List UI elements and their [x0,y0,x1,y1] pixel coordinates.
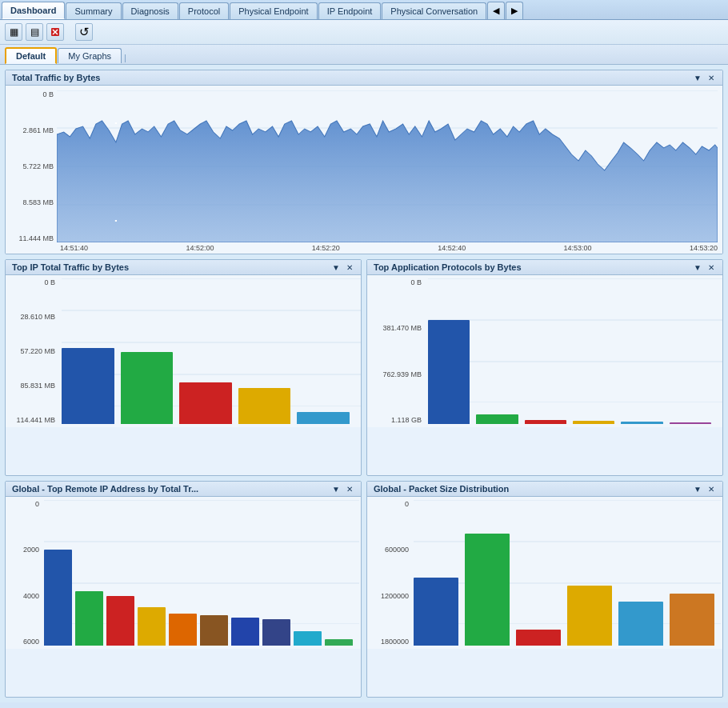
packet-size-chart-area: 1800000 1200000 600000 0 [367,497,722,649]
tab-protocol[interactable]: Protocol [179,2,229,19]
packet-size-y-2: 1200000 [381,592,409,600]
y-label-4: 11.444 MB [18,234,54,242]
grid-btn[interactable]: ▦ [5,23,22,41]
y-label-0: 0 B [42,90,54,98]
bar-0 [62,348,114,424]
panel-total-traffic: Total Traffic by Bytes ▼ ✕ 11.444 MB 8.5… [5,70,723,254]
packet-size-y-axis: 1800000 1200000 600000 0 [370,500,412,646]
panel-top-app-close[interactable]: ✕ [706,263,716,272]
tab-diagnosis[interactable]: Diagnosis [122,2,178,19]
tab-dashboard[interactable]: Dashboard [2,2,65,19]
packet-size-y-3: 1800000 [381,638,409,646]
x-label-2: 14:52:20 [312,244,340,252]
app-bar-3 [573,421,614,424]
tab-more-button[interactable]: ◀ [487,2,505,19]
remote-bar-5 [200,615,228,646]
top-app-bars [428,304,711,424]
pkt-bar-4 [618,602,663,646]
tab-physical-conversation[interactable]: Physical Conversation [382,2,486,19]
pkt-bar-5 [670,594,714,646]
remote-bar-6 [231,618,259,646]
panel-total-traffic-controls: ▼ ✕ [692,74,716,82]
refresh-btn[interactable]: ↺ [75,23,93,41]
top-ip-y-axis: 114.441 MB 85.831 MB 57.220 MB 28.610 MB… [9,278,58,424]
top-app-y-axis: 1.118 GB 762.939 MB 381.470 MB 0 B [370,278,425,424]
panel-top-app-header: Top Application Protocols by Bytes ▼ ✕ [367,260,722,275]
packet-size-bars [414,526,714,646]
global-remote-y-0: 0 [35,500,39,508]
bar-2 [179,382,232,424]
panel-top-ip-title: Top IP Total Traffic by Bytes [12,262,129,272]
y-label-3: 8.583 MB [22,198,54,206]
layout-btn[interactable]: ▤ [26,23,43,41]
tab-physical-endpoint[interactable]: Physical Endpoint [230,2,317,19]
panel-global-remote-close[interactable]: ✕ [345,485,354,494]
panel-top-ip-header: Top IP Total Traffic by Bytes ▼ ✕ [6,260,361,275]
app-bar-4 [621,422,662,424]
view-tab-default[interactable]: Default [5,47,57,64]
panel-packet-size: Global - Packet Size Distribution ▼ ✕ 18… [366,481,723,698]
panel-total-traffic-header: Total Traffic by Bytes ▼ ✕ [6,70,722,86]
panel-global-remote-title: Global - Top Remote IP Address by Total … [12,484,198,494]
panel-top-ip: Top IP Total Traffic by Bytes ▼ ✕ 114.44… [5,259,362,476]
tab-nav-right[interactable]: ▶ [506,2,523,19]
bottom-panels-row: Global - Top Remote IP Address by Total … [5,481,723,698]
bar-3 [238,388,291,424]
remote-bar-4 [169,614,197,646]
total-traffic-chart-area: 11.444 MB 8.583 MB 5.722 MB 2.861 MB 0 B [6,86,722,254]
panel-total-traffic-title: Total Traffic by Bytes [12,73,100,82]
panel-packet-size-header: Global - Packet Size Distribution ▼ ✕ [367,482,722,497]
panel-packet-size-dropdown[interactable]: ▼ [692,485,703,494]
panel-top-ip-close[interactable]: ✕ [345,263,354,272]
top-ip-y-1: 28.610 MB [20,313,55,321]
remote-bar-2 [106,596,134,646]
remote-bar-0 [44,550,72,646]
packet-size-y-0: 0 [405,500,409,508]
tab-summary[interactable]: Summary [66,2,121,19]
top-app-y-2: 762.939 MB [382,370,422,378]
global-remote-y-3: 6000 [23,638,39,646]
panel-packet-size-title: Global - Packet Size Distribution [374,484,509,494]
bar-1 [121,352,174,424]
panel-top-app: Top Application Protocols by Bytes ▼ ✕ 1… [366,259,723,476]
panel-total-traffic-dropdown[interactable]: ▼ [692,74,703,82]
total-traffic-chart-with-axis: 11.444 MB 8.583 MB 5.722 MB 2.861 MB 0 B [10,90,718,242]
top-ip-y-2: 57.220 MB [20,347,55,355]
pkt-bar-0 [414,578,458,646]
top-app-chart-area: 1.118 GB 762.939 MB 381.470 MB 0 B [367,275,722,427]
total-traffic-y-axis: 11.444 MB 8.583 MB 5.722 MB 2.861 MB 0 B [10,90,57,242]
x-label-5: 14:53:20 [690,244,718,252]
tab-bar: Dashboard Summary Diagnosis Protocol Phy… [0,0,728,20]
panel-global-remote-dropdown[interactable]: ▼ [330,485,342,494]
delete-btn[interactable] [46,23,64,41]
panel-packet-size-close[interactable]: ✕ [706,485,716,494]
top-app-y-1: 381.470 MB [382,324,422,332]
app-bar-5 [670,422,711,424]
top-app-y-0: 0 B [410,278,422,286]
total-traffic-svg [57,90,718,242]
panel-top-ip-dropdown[interactable]: ▼ [330,263,342,272]
x-label-3: 14:52:40 [438,244,466,252]
top-ip-y-3: 85.831 MB [20,382,55,390]
global-remote-y-2: 4000 [23,592,39,600]
y-label-2: 5.722 MB [22,162,54,170]
top-ip-y-4: 114.441 MB [16,416,55,424]
pkt-bar-3 [567,586,612,646]
global-remote-y-1: 2000 [23,546,39,554]
remote-bar-8 [294,631,322,646]
view-tab-mygraphs[interactable]: My Graphs [58,48,122,63]
tab-ip-endpoint[interactable]: IP Endpoint [318,2,382,19]
panel-top-app-title: Top Application Protocols by Bytes [374,262,522,272]
remote-bar-1 [75,591,103,646]
panel-top-app-dropdown[interactable]: ▼ [692,263,703,272]
top-ip-y-0: 0 B [44,278,55,286]
top-app-y-3: 1.118 GB [391,416,422,424]
x-label-4: 14:53:00 [564,244,592,252]
pkt-bar-1 [465,534,510,646]
panel-total-traffic-close[interactable]: ✕ [706,74,716,82]
global-remote-y-axis: 6000 4000 2000 0 [9,500,42,646]
app-bar-2 [525,420,566,424]
total-traffic-x-axis: 14:51:40 14:52:00 14:52:20 14:52:40 14:5… [10,242,718,252]
remote-bar-9 [325,639,353,646]
app-bar-0 [428,320,470,424]
